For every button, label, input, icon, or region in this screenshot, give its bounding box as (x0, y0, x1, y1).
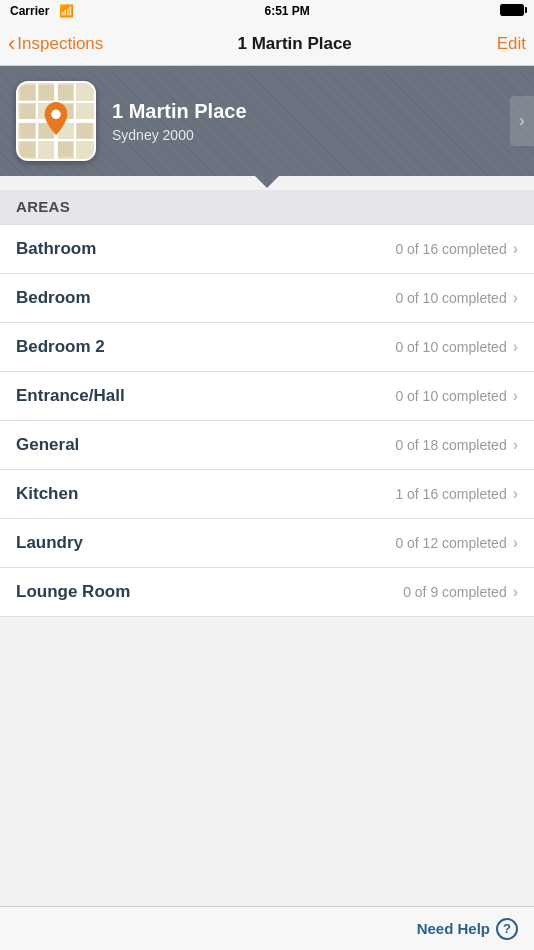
property-detail-arrow: › (510, 96, 534, 146)
bottom-bar: Need Help ? (0, 906, 534, 950)
area-status: 0 of 10 completed (395, 388, 506, 404)
property-header: 1 Martin Place Sydney 2000 › (0, 66, 534, 176)
svg-rect-12 (20, 123, 35, 138)
list-item[interactable]: Lounge Room0 of 9 completed› (0, 568, 534, 617)
map-thumbnail (16, 81, 96, 161)
property-name: 1 Martin Place (112, 100, 247, 123)
chevron-right-icon: › (513, 535, 518, 551)
chevron-right-icon: › (513, 241, 518, 257)
content-area: Areas Bathroom0 of 16 completed›Bedroom0… (0, 190, 534, 667)
svg-rect-9 (58, 85, 73, 100)
area-status-group: 1 of 16 completed› (395, 486, 518, 502)
chevron-right-icon: › (513, 388, 518, 404)
areas-label: Areas (16, 198, 70, 215)
area-name: Kitchen (16, 484, 78, 504)
list-item[interactable]: Entrance/Hall0 of 10 completed› (0, 372, 534, 421)
list-item[interactable]: Bathroom0 of 16 completed› (0, 224, 534, 274)
svg-rect-8 (39, 85, 54, 100)
chevron-left-icon: ‹ (8, 33, 15, 55)
carrier-label: Carrier 📶 (10, 4, 74, 18)
area-name: General (16, 435, 79, 455)
svg-rect-10 (20, 104, 35, 119)
area-status-group: 0 of 18 completed› (395, 437, 518, 453)
help-icon[interactable]: ? (496, 918, 518, 940)
area-status: 0 of 18 completed (395, 437, 506, 453)
area-status: 0 of 10 completed (395, 339, 506, 355)
back-label: Inspections (17, 34, 103, 54)
status-bar: Carrier 📶 6:51 PM (0, 0, 534, 22)
back-button[interactable]: ‹ Inspections (8, 33, 103, 55)
svg-point-18 (51, 110, 61, 120)
edit-button[interactable]: Edit (486, 34, 526, 54)
area-name: Bedroom 2 (16, 337, 105, 357)
wifi-icon: 📶 (59, 4, 74, 18)
area-name: Lounge Room (16, 582, 130, 602)
svg-rect-15 (20, 142, 35, 157)
area-status-group: 0 of 10 completed› (395, 388, 518, 404)
chevron-right-icon: › (513, 486, 518, 502)
chevron-right-icon: › (513, 584, 518, 600)
area-name: Bathroom (16, 239, 96, 259)
area-status: 0 of 16 completed (395, 241, 506, 257)
areas-list: Bathroom0 of 16 completed›Bedroom0 of 10… (0, 224, 534, 617)
chevron-right-icon: › (513, 437, 518, 453)
area-status-group: 0 of 12 completed› (395, 535, 518, 551)
list-item[interactable]: Bedroom 20 of 10 completed› (0, 323, 534, 372)
chevron-right-icon: › (513, 290, 518, 306)
list-item[interactable]: General0 of 18 completed› (0, 421, 534, 470)
property-info: 1 Martin Place Sydney 2000 (112, 100, 247, 143)
area-name: Entrance/Hall (16, 386, 125, 406)
svg-rect-7 (20, 85, 35, 100)
svg-rect-14 (77, 123, 92, 138)
area-name: Bedroom (16, 288, 91, 308)
area-status: 1 of 16 completed (395, 486, 506, 502)
page-title: 1 Martin Place (111, 34, 478, 54)
property-suburb: Sydney 2000 (112, 127, 247, 143)
area-status: 0 of 10 completed (395, 290, 506, 306)
areas-section-header: Areas (0, 190, 534, 224)
area-name: Laundry (16, 533, 83, 553)
time-label: 6:51 PM (265, 4, 310, 18)
area-status: 0 of 12 completed (395, 535, 506, 551)
area-status: 0 of 9 completed (403, 584, 507, 600)
svg-rect-16 (58, 142, 73, 157)
need-help-label[interactable]: Need Help (417, 920, 490, 937)
list-item[interactable]: Laundry0 of 12 completed› (0, 519, 534, 568)
list-item[interactable]: Bedroom0 of 10 completed› (0, 274, 534, 323)
area-status-group: 0 of 10 completed› (395, 339, 518, 355)
battery-icon (500, 4, 524, 19)
area-status-group: 0 of 9 completed› (403, 584, 518, 600)
area-status-group: 0 of 16 completed› (395, 241, 518, 257)
area-status-group: 0 of 10 completed› (395, 290, 518, 306)
nav-bar: ‹ Inspections 1 Martin Place Edit (0, 22, 534, 66)
list-item[interactable]: Kitchen1 of 16 completed› (0, 470, 534, 519)
chevron-right-icon: › (513, 339, 518, 355)
